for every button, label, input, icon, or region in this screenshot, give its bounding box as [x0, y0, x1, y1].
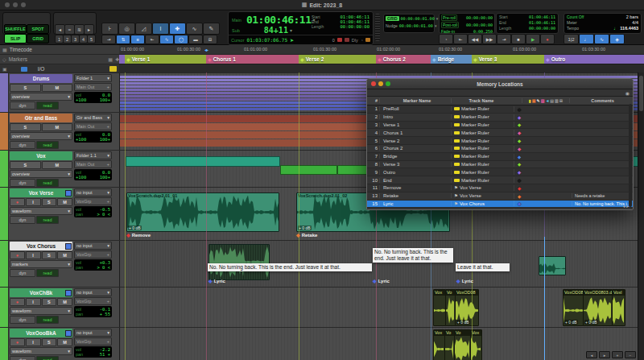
dyn-selector[interactable]: dyn [10, 269, 35, 277]
pencil-tool[interactable]: ✎ [203, 23, 220, 35]
track-output-selector[interactable]: VoxGrp+ [74, 297, 112, 305]
solo-button[interactable]: S [42, 298, 57, 306]
track-marker[interactable]: ◆Lyric [208, 278, 225, 283]
maximize-icon[interactable] [21, 2, 26, 7]
insertion-follows-toggle[interactable]: ⇤ [145, 35, 159, 44]
minimize-icon[interactable] [13, 2, 18, 7]
memory-location-row[interactable]: 4Chorus 1Marker Ruler◆ [367, 129, 633, 137]
track-view-selector[interactable]: overview▾ [10, 132, 72, 140]
memory-location-row[interactable]: 15Lyric⚑Vox Chorus◆No. No turning back. … [367, 201, 633, 209]
audio-clip[interactable]: VoxScratch.dup2.01_01+ 0 dB [126, 192, 279, 232]
audio-clip[interactable]: Vox [433, 329, 445, 360]
track-name[interactable]: Vox Verse [10, 188, 72, 197]
memory-location-row[interactable]: 11Remove⚑Vox Verse◆ [367, 184, 633, 192]
scrubber-tool[interactable]: ∿ [186, 23, 203, 35]
stop-button[interactable]: ■ [511, 34, 526, 44]
grid-dropdown-icon[interactable]: ▾ [436, 16, 439, 21]
marker-segment[interactable]: ◆Chorus 1 [206, 55, 299, 64]
mute-button[interactable]: M [42, 123, 73, 131]
close-icon[interactable] [371, 81, 376, 86]
sub-counter-dropdown-icon[interactable]: ▾ [290, 27, 292, 33]
input-monitor-button[interactable]: I [26, 338, 41, 346]
countoff-value[interactable]: 2 bars [626, 14, 638, 19]
trim-tool[interactable]: ◿ [135, 23, 152, 35]
meter-value[interactable]: 4/4 [632, 20, 638, 25]
track-marker[interactable]: ◆Retake [296, 232, 317, 238]
marker-segment[interactable]: ◆Bridge [431, 55, 473, 64]
track-name[interactable]: VoxOooBkA [10, 329, 72, 337]
automation-mode-button[interactable]: read [36, 316, 59, 324]
mute-button[interactable]: M [57, 198, 72, 206]
edit-window-view-icon[interactable] [21, 67, 27, 72]
vertical-scrollbar[interactable] [638, 72, 644, 360]
timeline-insertion-icon[interactable] [337, 38, 342, 42]
dyn-selector[interactable]: dyn [10, 316, 35, 324]
mute-button[interactable]: M [42, 84, 73, 92]
mirror-edit-toggle[interactable]: ⇅ [116, 35, 130, 44]
count-off-button[interactable]: 1|2 [564, 34, 579, 44]
track-view-selector[interactable]: waveform▾ [10, 207, 72, 215]
track-view-selector[interactable]: waveform▾ [10, 347, 72, 355]
memory-scrollbar[interactable] [629, 104, 632, 207]
record-arm-button[interactable]: ● [10, 298, 25, 306]
zoom-preset-add-icon[interactable]: ⇥ [101, 35, 116, 44]
return-to-zero-button[interactable]: ⇤ [453, 34, 468, 44]
midi-merge-button[interactable]: ◈ [609, 34, 625, 44]
online-button[interactable]: ◔ [439, 34, 453, 44]
memory-location-row[interactable]: 2IntroMarker Ruler◆ [367, 114, 633, 122]
memory-location-row[interactable]: 13Retake⚑Vox Verse◆Needs a retake [367, 192, 633, 201]
record-button[interactable]: ● [540, 34, 555, 44]
main-counter-value[interactable]: 01:00:46:11 [246, 14, 312, 26]
countoff-label[interactable]: Count Off [567, 14, 584, 19]
input-monitor-button[interactable]: I [26, 298, 41, 306]
dyn-selector[interactable]: dyn [10, 216, 35, 224]
edit-mode-shuffle[interactable]: SHUFFLE [4, 24, 27, 34]
minimize-icon[interactable] [378, 81, 383, 86]
solo-button[interactable]: S [10, 123, 41, 131]
track-marker[interactable]: ◆Remove [126, 232, 151, 238]
automation-mode-button[interactable]: read [36, 141, 59, 149]
pre-post-column-icon[interactable]: ◄ [545, 98, 549, 103]
track-name[interactable]: Gtr and Bass [10, 114, 72, 122]
sub-counter-value[interactable]: 84+11 [264, 26, 288, 35]
window-controls[interactable] [5, 2, 26, 7]
track-header[interactable]: DrumsSMoverview▾dynreadFolder 1▾Main Out… [0, 73, 120, 112]
marker-segment[interactable]: ◆Verse 3 [472, 55, 545, 64]
zoom-out-icon[interactable]: − [625, 351, 636, 358]
track-output-selector[interactable]: VoxGrp+ [74, 337, 112, 346]
audio-clip[interactable] [539, 256, 566, 275]
track-marker[interactable]: ◆Lyric [456, 278, 473, 283]
metronome-button[interactable]: ♩ [579, 34, 594, 44]
track-name[interactable]: VoxChBk [10, 288, 72, 297]
fast-forward-button[interactable]: ▶▶ [482, 34, 497, 44]
solo-button[interactable]: S [42, 251, 57, 259]
edit-mode-grid[interactable]: GRID [27, 34, 49, 43]
playhead-caret-icon[interactable]: ◂▸ [204, 47, 208, 52]
mute-button[interactable]: M [42, 161, 73, 169]
automation-mode-button[interactable]: read [36, 269, 59, 277]
post-roll-button[interactable]: Post-roll [441, 22, 459, 28]
memory-scroll-arrows[interactable]: ◂▸ [622, 204, 630, 209]
vertical-scrollbar-thumb[interactable] [639, 76, 643, 111]
edit-mode-slip[interactable]: SLIP [4, 34, 27, 43]
automation-mode-button[interactable]: read [36, 216, 59, 224]
nudge-dropdown-icon[interactable]: ▾ [435, 23, 437, 28]
edit-mode-spot[interactable]: SPOT [27, 24, 49, 34]
track-header[interactable]: Vox Chorus●ISMmarkers▾dynreadno input▾Vo… [0, 241, 120, 287]
automation-mode-button[interactable]: read [36, 179, 59, 187]
record-arm-button[interactable]: ● [10, 251, 25, 259]
memory-location-row[interactable]: 9OutroMarker Ruler◆ [367, 168, 633, 176]
zoom-window-icon[interactable] [386, 81, 390, 86]
track-view-selector[interactable]: waveform▾ [10, 307, 72, 315]
comments-column-header[interactable]: Comments [569, 98, 633, 103]
loop-playback-toggle[interactable]: ◯ [174, 35, 188, 44]
track-name[interactable]: Vox [10, 151, 72, 160]
memory-location-row[interactable]: 3Verse 1Marker Ruler◆ [367, 122, 633, 130]
dyn-selector[interactable]: dyn [10, 179, 35, 187]
track-view-selector[interactable]: markers▾ [10, 260, 72, 268]
post-roll-value[interactable]: 00:00:00:00 [466, 23, 493, 27]
track-lane[interactable]: ◆Lyric◆Lyric◆LyricNo. No turning back. T… [120, 241, 644, 287]
marker-segment[interactable]: ◆Verse 2 [299, 55, 377, 64]
audio-clip[interactable]: VoxOD08+ 0 dB [455, 289, 479, 326]
track-input-selector[interactable]: Gtr and Bass▾ [74, 114, 112, 122]
